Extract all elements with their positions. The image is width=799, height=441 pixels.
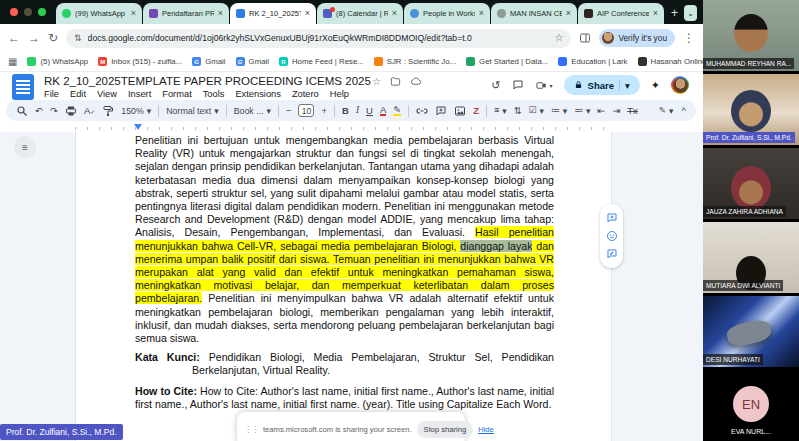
text-color-button[interactable]: A (380, 105, 386, 117)
clear-formatting-button[interactable]: Tx (627, 106, 638, 116)
font-select[interactable]: Book ...▾ (234, 106, 271, 116)
bookmark-whatsapp[interactable]: (5) WhatsApp (27, 57, 88, 66)
spell-check-button[interactable]: A✓ (84, 106, 95, 116)
participant-tile[interactable]: EN EVA NURL... (703, 370, 799, 441)
increase-indent-button[interactable]: ⇥ (612, 106, 620, 116)
minimize-window-button[interactable] (24, 8, 32, 16)
close-icon[interactable]: × (566, 9, 571, 18)
close-icon[interactable]: × (653, 9, 658, 18)
paragraph-style-select[interactable]: Normal text▾ (166, 106, 218, 116)
bold-button[interactable]: B (342, 106, 349, 116)
verify-its-you-button[interactable]: Verify it's you (599, 29, 675, 47)
add-comment-icon[interactable] (606, 212, 618, 224)
abstract-text[interactable]: Penelitian ini bertujuan untuk mengemban… (135, 134, 554, 238)
close-icon[interactable]: × (218, 9, 223, 18)
zotero-button[interactable]: Z (473, 106, 479, 116)
back-button[interactable]: ← (8, 32, 20, 44)
address-bar[interactable]: ⇅ docs.google.com/document/d/1oj06rk2yhS… (66, 29, 571, 48)
decrease-font-button[interactable]: − (286, 106, 292, 116)
menu-edit[interactable]: Edit (70, 89, 86, 99)
undo-button[interactable]: ↶ (35, 106, 43, 116)
menu-format[interactable]: Format (162, 89, 191, 99)
close-icon[interactable]: × (305, 9, 310, 18)
participant-tile[interactable]: Prof. Dr. Zulfiani, S.Si., M.Pd. (703, 74, 799, 145)
share-dropdown-icon[interactable]: ▾ (619, 80, 630, 91)
decrease-indent-button[interactable]: ⇤ (597, 106, 605, 116)
numbered-list-button[interactable]: ≕▾ (574, 106, 590, 116)
tab-teams-calendar[interactable]: (8) Calendar | R × (317, 3, 403, 24)
google-docs-icon[interactable] (12, 74, 34, 100)
menu-help[interactable]: Help (330, 89, 349, 99)
suggest-edits-icon[interactable] (606, 248, 618, 260)
share-button[interactable]: Share ▾ (564, 75, 640, 95)
keywords-text[interactable]: Pendidikan Biologi, Media Pembelajaran, … (192, 351, 554, 376)
hide-menus-button[interactable]: ^ (682, 106, 686, 116)
align-button[interactable]: ≡▾ (494, 106, 507, 116)
tab-google-docs-active[interactable]: RK 2_10_2025TEM × (230, 3, 316, 24)
participant-tile[interactable]: JAUZA ZAHIRA ADHIANA (703, 148, 799, 219)
move-folder-icon[interactable] (390, 76, 401, 87)
emoji-reaction-icon[interactable] (606, 230, 618, 242)
new-tab-button[interactable]: + (671, 6, 678, 20)
highlight-color-button[interactable]: ✎ (393, 105, 401, 117)
zoom-select[interactable]: 150%▾ (121, 106, 151, 116)
version-history-icon[interactable]: ↺ (491, 79, 500, 92)
menu-insert[interactable]: Insert (128, 89, 151, 99)
editing-mode-button[interactable]: ✎▾ (659, 106, 674, 116)
redo-button[interactable]: ↷ (50, 106, 58, 116)
ruler[interactable] (0, 123, 703, 132)
bookmark-star-icon[interactable]: ☆ (554, 33, 563, 43)
show-outline-button[interactable]: ≡ (14, 136, 36, 158)
site-info-icon[interactable]: ⇅ (74, 34, 82, 43)
selected-text[interactable]: dianggap layak (460, 240, 532, 252)
window-controls[interactable] (10, 8, 46, 16)
bookmark-sjr[interactable]: SJR : Scientific Jo... (374, 57, 456, 66)
document-page[interactable]: Penelitian ini bertujuan untuk mengemban… (75, 132, 612, 441)
cloud-status-icon[interactable] (410, 76, 422, 87)
search-icon[interactable] (16, 105, 28, 117)
participant-tile[interactable]: MUHAMMAD REYHAN RA... (703, 0, 799, 71)
menu-extensions[interactable]: Extensions (235, 89, 280, 99)
tab-aip-conference[interactable]: AIP Conference Pro × (578, 3, 664, 24)
gemini-sparkle-icon[interactable]: ✦ (651, 79, 660, 92)
menu-tools[interactable]: Tools (203, 89, 225, 99)
reload-button[interactable]: ↻ (48, 32, 58, 44)
paint-format-icon[interactable] (102, 105, 114, 117)
close-icon[interactable]: × (392, 9, 397, 18)
bookmark-get-started[interactable]: Get Started | Data... (466, 57, 548, 66)
bookmark-researchgate[interactable]: RHome Feed | Rese... (279, 57, 364, 66)
hide-notice-link[interactable]: Hide (478, 425, 494, 434)
tab-search-chevron[interactable]: ⌄ (684, 5, 697, 21)
side-panel-icon[interactable] (579, 32, 591, 44)
participant-tile[interactable]: DESI NURHAYATI (703, 296, 799, 367)
tab-people-workshop[interactable]: People in Worksho × (404, 3, 490, 24)
italic-button[interactable]: I (356, 106, 359, 116)
tab-whatsapp[interactable]: (99) WhatsApp × (56, 3, 142, 24)
maximize-window-button[interactable] (38, 8, 46, 16)
bookmark-lark[interactable]: Education | Lark (558, 57, 627, 66)
forward-button[interactable]: → (28, 32, 40, 44)
star-document-icon[interactable]: ☆ (372, 76, 381, 87)
bookmark-hasanah[interactable]: Hasanah Online (638, 57, 704, 66)
menu-zotero[interactable]: Zotero (292, 89, 319, 99)
drag-handle-icon[interactable]: ⋮⋮ (244, 425, 258, 434)
cite-text[interactable]: How to Cite: Author's last name, initial… (135, 385, 554, 410)
account-avatar[interactable] (671, 76, 689, 94)
menu-view[interactable]: View (97, 89, 117, 99)
add-comment-icon[interactable] (435, 105, 447, 117)
bookmark-gmail-1[interactable]: GGmail (192, 57, 225, 66)
close-window-button[interactable] (10, 8, 18, 16)
increase-font-button[interactable]: + (321, 106, 327, 116)
meet-call-button[interactable]: ▾ (535, 80, 553, 91)
tab-man-insan[interactable]: MAN INSAN CEND × (491, 3, 577, 24)
menu-file[interactable]: File (44, 89, 59, 99)
keywords-paragraph[interactable]: Kata Kunci: Pendidikan Biologi, Media Pe… (135, 351, 554, 377)
browser-menu-icon[interactable]: ⋮ (683, 32, 695, 44)
bookmark-inbox[interactable]: MInbox (515) - zulfia... (98, 57, 182, 66)
abstract-paragraph[interactable]: Penelitian ini bertujuan untuk mengemban… (135, 134, 554, 345)
url-text[interactable]: docs.google.com/document/d/1oj06rk2yhSLV… (88, 33, 472, 43)
font-size-input[interactable]: 10 (298, 104, 314, 117)
indent-marker[interactable] (134, 124, 142, 130)
line-spacing-button[interactable]: ⇅ (514, 106, 522, 116)
insert-link-icon[interactable] (416, 105, 428, 117)
